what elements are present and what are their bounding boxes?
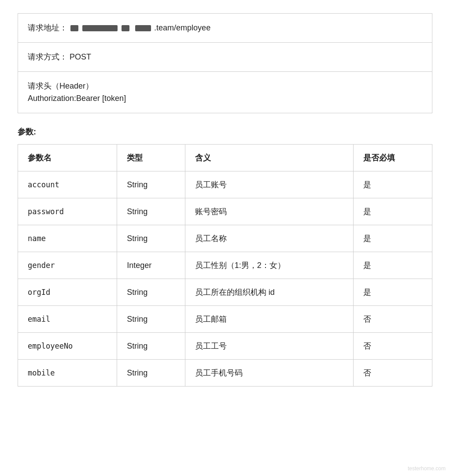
param-name: name (18, 225, 117, 252)
table-row: genderInteger员工性别（1:男，2：女）是 (18, 252, 432, 279)
param-required: 否 (354, 306, 432, 333)
param-desc: 员工账号 (185, 171, 353, 198)
header-cell: 请求头（Header） Authorization:Bearer [token] (18, 71, 432, 113)
table-row: passwordString账号密码是 (18, 198, 432, 225)
param-name: mobile (18, 360, 117, 387)
header-value: Authorization:Bearer [token] (28, 92, 422, 105)
param-name: password (18, 198, 117, 225)
table-row: mobileString员工手机号码否 (18, 360, 432, 387)
method-cell: 请求方式： POST (18, 42, 432, 71)
param-desc: 员工手机号码 (185, 360, 353, 387)
header-label: 请求头（Header） (28, 80, 422, 93)
url-label: 请求地址： (28, 23, 67, 32)
param-type: String (117, 171, 185, 198)
param-required: 是 (354, 252, 432, 279)
param-desc: 员工名称 (185, 225, 353, 252)
param-required: 是 (354, 225, 432, 252)
param-name: email (18, 306, 117, 333)
params-header-row: 参数名 类型 含义 是否必填 (18, 145, 432, 171)
param-required: 否 (354, 333, 432, 360)
redacted-3 (122, 25, 129, 31)
params-section-label: 参数: (18, 126, 432, 137)
param-name: gender (18, 252, 117, 279)
param-desc: 账号密码 (185, 198, 353, 225)
param-type: String (117, 198, 185, 225)
param-type: String (117, 279, 185, 306)
table-row: orgIdString员工所在的组织机构 id是 (18, 279, 432, 306)
url-row: 请求地址： .team/employee (18, 14, 432, 43)
param-required: 是 (354, 198, 432, 225)
method-label: 请求方式： (28, 52, 67, 61)
param-type: String (117, 333, 185, 360)
redacted-1 (70, 25, 78, 31)
url-suffix: .team/employee (154, 23, 210, 32)
param-desc: 员工工号 (185, 333, 353, 360)
param-type: Integer (117, 252, 185, 279)
table-row: accountString员工账号是 (18, 171, 432, 198)
col-header-desc: 含义 (185, 145, 353, 171)
param-desc: 员工性别（1:男，2：女） (185, 252, 353, 279)
param-required: 否 (354, 360, 432, 387)
param-type: String (117, 360, 185, 387)
param-type: String (117, 225, 185, 252)
param-name: employeeNo (18, 333, 117, 360)
param-name: account (18, 171, 117, 198)
param-desc: 员工所在的组织机构 id (185, 279, 353, 306)
param-name: orgId (18, 279, 117, 306)
redacted-2 (82, 25, 118, 31)
param-desc: 员工邮箱 (185, 306, 353, 333)
col-header-name: 参数名 (18, 145, 117, 171)
table-row: nameString员工名称是 (18, 225, 432, 252)
param-required: 是 (354, 279, 432, 306)
param-required: 是 (354, 171, 432, 198)
table-row: employeeNoString员工工号否 (18, 333, 432, 360)
param-type: String (117, 306, 185, 333)
params-table: 参数名 类型 含义 是否必填 accountString员工账号是passwor… (18, 144, 432, 387)
info-table: 请求地址： .team/employee 请求方式： POST 请求头（Head… (18, 13, 432, 113)
method-value: POST (70, 52, 91, 61)
redacted-4 (135, 25, 151, 31)
method-row: 请求方式： POST (18, 42, 432, 71)
col-header-type: 类型 (117, 145, 185, 171)
table-row: emailString员工邮箱否 (18, 306, 432, 333)
url-cell: 请求地址： .team/employee (18, 14, 432, 43)
header-row: 请求头（Header） Authorization:Bearer [token] (18, 71, 432, 113)
col-header-required: 是否必填 (354, 145, 432, 171)
